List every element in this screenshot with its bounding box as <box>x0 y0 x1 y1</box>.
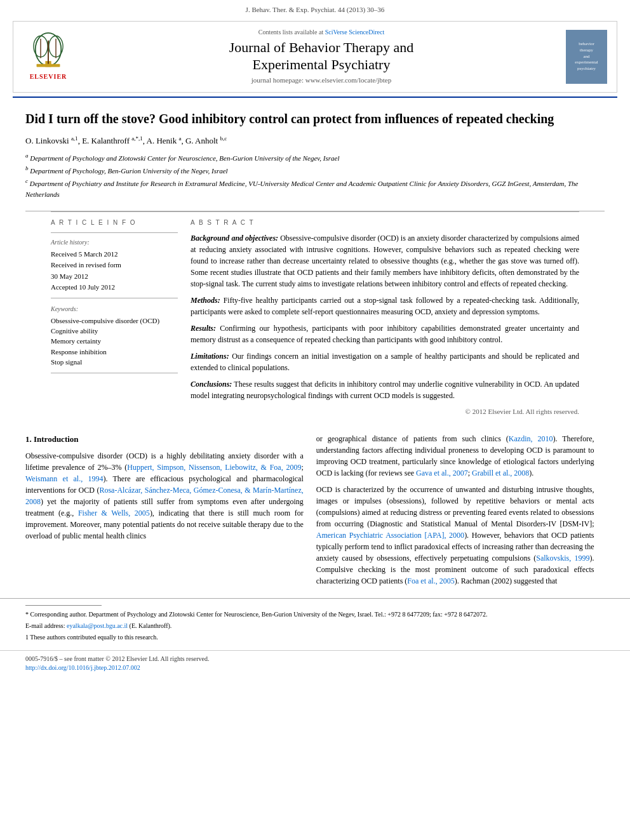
abstract-label-conclusions: Conclusions: <box>191 380 232 389</box>
article-info-col: A R T I C L E I N F O Article history: R… <box>51 218 178 417</box>
ref-grabill[interactable]: Grabill et al., 2008 <box>472 469 529 477</box>
journal-header: ELSEVIER Contents lists available at Sci… <box>13 21 617 92</box>
intro-para-1: Obsessive-compulsive disorder (OCD) is a… <box>25 450 304 542</box>
footnote-1: * Corresponding author. Department of Ps… <box>25 610 605 619</box>
article-info-header: A R T I C L E I N F O <box>51 218 178 227</box>
abstract-text-limitations: Our findings concern an initial investig… <box>191 352 579 372</box>
footnote-separator <box>25 605 102 606</box>
footnote-3: 1 These authors contributed equally to t… <box>25 632 605 642</box>
info-abstract-section: A R T I C L E I N F O Article history: R… <box>25 211 605 423</box>
intro-para-right-1: or geographical distance of patients fro… <box>316 433 594 479</box>
sciverse-link[interactable]: SciVerse ScienceDirect <box>325 29 385 36</box>
doi-line: http://dx.doi.org/10.1016/j.jbtep.2012.0… <box>25 663 605 672</box>
copyright-line: © 2012 Elsevier Ltd. All rights reserved… <box>191 406 579 417</box>
article-title: Did I turn off the stove? Good inhibitor… <box>25 110 605 127</box>
keyword-3: Memory certainty <box>51 337 178 346</box>
ref-fisher[interactable]: Fisher & Wells, 2005 <box>78 509 150 517</box>
affil-c: c Department of Psychiatry and Institute… <box>25 177 605 199</box>
abstract-para-results: Results: Confirming our hypothesis, part… <box>191 323 579 345</box>
abstract-block: Background and objectives: Obsessive-com… <box>191 232 579 417</box>
abstract-text-results: Confirming our hypothesis, participants … <box>191 324 579 344</box>
sciverse-text: Contents lists available at <box>258 29 325 36</box>
keyword-1: Obsessive-compulsive disorder (OCD) <box>51 316 178 326</box>
ref-rosa[interactable]: Rosa-Alcázar, Sánchez-Meca, Gómez-Conesa… <box>25 486 304 506</box>
abstract-label-results: Results: <box>191 324 216 333</box>
left-divider-1 <box>51 232 178 233</box>
page-wrapper: J. Behav. Ther. & Exp. Psychiat. 44 (201… <box>0 0 630 676</box>
abstract-para-methods: Methods: Fifty-five healthy participants… <box>191 295 579 317</box>
body-section: 1. Introduction Obsessive-compulsive dis… <box>0 423 630 598</box>
bottom-bar: 0005-7916/$ – see front matter © 2012 El… <box>0 650 630 676</box>
left-divider-3 <box>51 373 178 373</box>
journal-ref-text: J. Behav. Ther. & Exp. Psychiat. 44 (201… <box>246 6 385 13</box>
keyword-2: Cognitive ability <box>51 326 178 336</box>
abstract-label-methods: Methods: <box>191 296 220 305</box>
ref-weismann[interactable]: Weismann et al., 1994 <box>25 474 103 483</box>
affiliations: a Department of Psychology and Zlotowski… <box>25 152 605 199</box>
elsevier-logo: ELSEVIER <box>20 32 77 81</box>
keyword-5: Stop signal <box>51 357 178 367</box>
article-authors: O. Linkovski a,1, E. Kalanthroff a,*,1, … <box>25 135 605 147</box>
svg-rect-7 <box>37 64 60 67</box>
body-right-col: or geographical distance of patients fro… <box>316 433 594 592</box>
abstract-text-methods: Fifty-five healthy participants carried … <box>191 296 579 316</box>
history-item-2: Received in revised form <box>51 260 178 270</box>
history-item-4: Accepted 10 July 2012 <box>51 283 178 292</box>
abstract-label-background: Background and objectives: <box>191 234 278 243</box>
journal-cover: behavior therapy and experimental psychi… <box>566 30 610 84</box>
intro-para-right-2: OCD is characterized by the occurrence o… <box>316 484 594 587</box>
journal-center: Contents lists available at SciVerse Sci… <box>77 28 566 85</box>
journal-reference: J. Behav. Ther. & Exp. Psychiat. 44 (201… <box>0 0 630 17</box>
ref-foa[interactable]: Foa et al., 2005 <box>407 577 454 585</box>
abstract-col: A B S T R A C T Background and objective… <box>191 218 579 417</box>
section-1-title: 1. Introduction <box>25 433 304 446</box>
abstract-para-background: Background and objectives: Obsessive-com… <box>191 232 579 290</box>
footnote-2: E-mail address: eyalkala@post.bgu.ac.il … <box>25 621 605 630</box>
doi-link[interactable]: http://dx.doi.org/10.1016/j.jbtep.2012.0… <box>25 664 140 671</box>
affil-a: a Department of Psychology and Zlotowski… <box>25 152 605 163</box>
abstract-para-limitations: Limitations: Our findings concern an ini… <box>191 350 579 373</box>
abstract-text-conclusions: These results suggest that deficits in i… <box>191 380 579 400</box>
history-item-1: Received 5 March 2012 <box>51 250 178 259</box>
body-left-col: 1. Introduction Obsessive-compulsive dis… <box>25 433 304 592</box>
elsevier-name: ELSEVIER <box>30 72 67 81</box>
history-label: Article history: <box>51 238 178 247</box>
journal-homepage: journal homepage: www.elsevier.com/locat… <box>83 76 560 85</box>
keywords-label: Keywords: <box>51 305 178 314</box>
elsevier-tree-icon <box>26 32 70 70</box>
footnote-email[interactable]: eyalkala@post.bgu.ac.il <box>67 622 128 629</box>
abstract-header: A B S T R A C T <box>191 218 579 227</box>
footnote-section: * Corresponding author. Department of Ps… <box>0 598 630 650</box>
ref-apa[interactable]: American Psychiatric Association [APA], … <box>316 531 464 540</box>
ref-kazdin[interactable]: Kazdin, 2010 <box>509 434 553 443</box>
two-col-section: A R T I C L E I N F O Article history: R… <box>51 211 579 423</box>
ref-gava[interactable]: Gava et al., 2007 <box>416 469 468 477</box>
affil-b: b Department of Psychology, Ben-Gurion U… <box>25 164 605 176</box>
article-title-section: Did I turn off the stove? Good inhibitor… <box>0 98 630 211</box>
journal-title: Journal of Behavior Therapy andExperimen… <box>83 39 560 73</box>
abstract-label-limitations: Limitations: <box>191 352 229 361</box>
sciverse-line: Contents lists available at SciVerse Sci… <box>83 28 560 37</box>
issn-line: 0005-7916/$ – see front matter © 2012 El… <box>25 655 605 663</box>
left-divider-2 <box>51 298 178 298</box>
history-item-3: 30 May 2012 <box>51 272 178 281</box>
journal-cover-image: behavior therapy and experimental psychi… <box>566 30 607 84</box>
ref-salkovskis[interactable]: Salkovskis, 1999 <box>536 554 589 563</box>
keyword-4: Response inhibition <box>51 347 178 357</box>
abstract-para-conclusions: Conclusions: These results suggest that … <box>191 378 579 401</box>
ref-huppert[interactable]: Huppert, Simpson, Nissenson, Liebowitz, … <box>127 463 301 472</box>
